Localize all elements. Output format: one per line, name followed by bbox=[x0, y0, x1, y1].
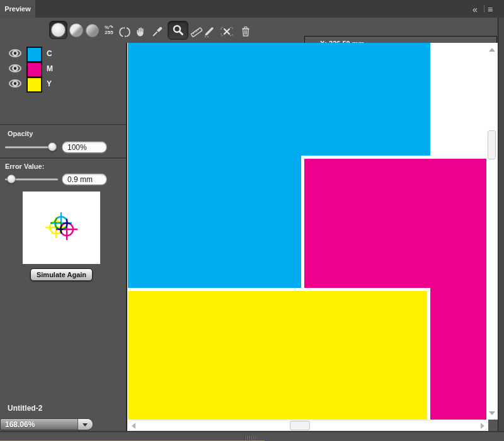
sidebar: C M Y Opacity Error Value: Simulate A bbox=[0, 43, 127, 431]
rotate-tool[interactable] bbox=[118, 26, 131, 38]
collapse-panel-icon[interactable]: « bbox=[472, 5, 478, 14]
section-divider bbox=[0, 158, 126, 159]
magnifier-icon bbox=[172, 24, 185, 37]
opacity-value-field[interactable] bbox=[62, 141, 107, 153]
error-value-field[interactable] bbox=[62, 173, 107, 185]
scroll-up-icon[interactable] bbox=[489, 48, 495, 52]
panel-menu-icon[interactable]: ≡ bbox=[488, 5, 493, 14]
half-shaded-circle-icon bbox=[69, 23, 83, 37]
scroll-right-icon[interactable] bbox=[481, 423, 484, 429]
chevron-down-icon bbox=[83, 423, 88, 427]
resize-grip[interactable] bbox=[244, 436, 257, 440]
title-bar: Preview « ≡ bbox=[0, 0, 504, 18]
layer-c-label: C bbox=[47, 49, 52, 58]
zoom-level-value: 168.06% bbox=[5, 420, 35, 429]
horizontal-scrollbar-thumb[interactable] bbox=[290, 421, 310, 430]
horizontal-scrollbar[interactable] bbox=[128, 420, 488, 431]
titlebar-divider bbox=[484, 5, 484, 13]
opacity-label: Opacity bbox=[8, 130, 33, 137]
layer-m-visibility[interactable] bbox=[9, 64, 21, 72]
shaded-circle-icon bbox=[86, 24, 99, 37]
annotate-tool[interactable] bbox=[203, 25, 215, 38]
layer-c-swatch bbox=[26, 47, 42, 62]
percent-255-tool[interactable]: %↷ 255 bbox=[101, 25, 117, 35]
dropdown-button[interactable] bbox=[77, 419, 93, 430]
pencil-icon bbox=[203, 25, 215, 38]
opacity-slider[interactable] bbox=[5, 146, 57, 148]
zoom-level-dropdown[interactable]: 168.06% bbox=[0, 418, 93, 430]
scroll-down-icon[interactable] bbox=[489, 411, 495, 415]
preview-mode-half-button[interactable] bbox=[69, 23, 83, 37]
eye-icon bbox=[9, 49, 21, 57]
error-value-slider[interactable] bbox=[5, 178, 58, 180]
zoom-tool-button[interactable] bbox=[168, 21, 188, 40]
separation-preview-window: Preview « ≡ %↷ 255 bbox=[0, 0, 504, 441]
ruler-icon bbox=[190, 26, 203, 38]
tab-preview[interactable]: Preview bbox=[0, 0, 35, 18]
toolbar: %↷ 255 bbox=[0, 18, 504, 43]
error-value-slider-thumb[interactable] bbox=[7, 175, 16, 183]
registration-preview bbox=[23, 192, 100, 264]
error-value-label: Error Value: bbox=[5, 163, 44, 170]
trash-icon bbox=[240, 25, 251, 38]
eyedropper-icon bbox=[151, 25, 164, 38]
window-bottom-bar bbox=[0, 431, 504, 441]
eyedropper-tool[interactable] bbox=[151, 25, 164, 38]
dashed-x-icon bbox=[220, 25, 234, 38]
vertical-scrollbar-thumb[interactable] bbox=[488, 130, 496, 159]
vertical-scrollbar[interactable] bbox=[486, 43, 498, 420]
canvas-plates bbox=[127, 43, 498, 431]
document-name: Untitled-2 bbox=[8, 404, 42, 413]
yellow-plate bbox=[128, 291, 427, 420]
eye-icon bbox=[9, 79, 21, 88]
solid-circle-icon bbox=[51, 23, 66, 37]
layer-y-swatch bbox=[26, 77, 42, 93]
layer-c-visibility[interactable] bbox=[9, 49, 21, 57]
layer-m-label: M bbox=[47, 64, 53, 73]
measure-tool[interactable] bbox=[190, 26, 203, 38]
scrollbar-corner bbox=[488, 420, 498, 431]
eye-icon bbox=[9, 64, 21, 72]
layer-m-swatch bbox=[26, 62, 42, 77]
canvas-viewport[interactable] bbox=[127, 43, 498, 431]
window-right-edge bbox=[498, 18, 504, 441]
trash-tool[interactable] bbox=[240, 25, 251, 38]
preview-mode-shaded-button[interactable] bbox=[86, 24, 99, 37]
opacity-slider-thumb[interactable] bbox=[48, 142, 57, 151]
scroll-left-icon[interactable] bbox=[132, 423, 135, 429]
layers-panel: C M Y bbox=[0, 43, 126, 125]
delete-selection-tool[interactable] bbox=[220, 25, 234, 38]
simulate-again-button[interactable]: Simulate Again bbox=[30, 268, 93, 281]
layer-y-label: Y bbox=[47, 79, 52, 88]
rotate-icon bbox=[118, 26, 131, 38]
hand-tool[interactable] bbox=[135, 25, 147, 38]
registration-mark bbox=[23, 192, 100, 264]
hand-icon bbox=[135, 25, 147, 38]
layer-y-visibility[interactable] bbox=[9, 79, 21, 88]
preview-mode-solid-button[interactable] bbox=[49, 21, 67, 39]
